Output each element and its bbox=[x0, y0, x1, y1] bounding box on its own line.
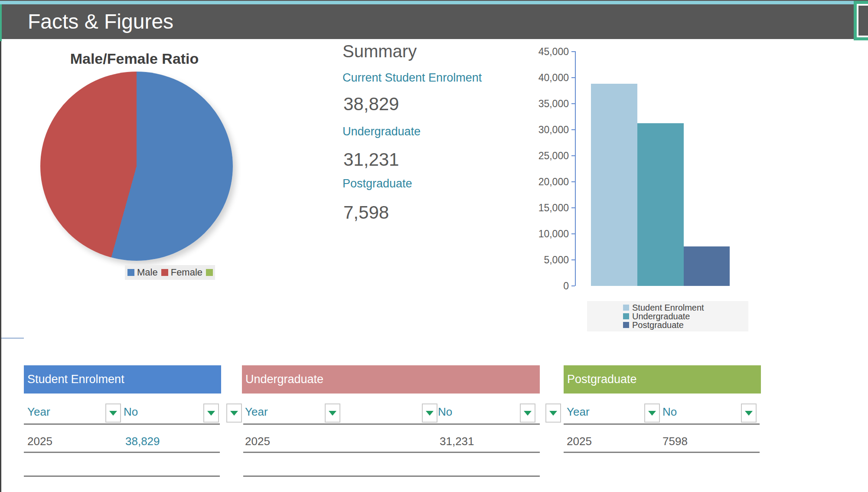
pie-chart-title: Male/Female Ratio bbox=[37, 50, 232, 67]
filter-dropdown-button[interactable] bbox=[203, 403, 219, 423]
y-tick-mark bbox=[571, 233, 575, 234]
page-title: Facts & Figures bbox=[28, 4, 173, 39]
legend-swatch-unlabeled bbox=[206, 269, 213, 276]
window-top-strip bbox=[0, 1, 854, 4]
bar-student-enrolment bbox=[591, 84, 637, 286]
table-header-student-enrolment[interactable]: Student Enrolment bbox=[24, 365, 221, 394]
y-tick-label: 30,000 bbox=[525, 125, 569, 134]
y-tick-mark bbox=[571, 155, 575, 156]
y-tick-mark bbox=[571, 103, 575, 104]
legend-swatch-undergraduate bbox=[623, 313, 629, 319]
legend-row: Undergraduate bbox=[623, 312, 748, 321]
table-rule bbox=[24, 452, 220, 453]
legend-row: Student Enrolment bbox=[623, 303, 748, 312]
table-rule bbox=[243, 452, 540, 453]
gridline bbox=[0, 338, 24, 339]
bar-undergraduate bbox=[637, 123, 684, 286]
y-tick-mark bbox=[571, 51, 575, 52]
dropdown-arrow-icon bbox=[648, 411, 656, 416]
y-tick-label: 35,000 bbox=[525, 99, 569, 108]
y-tick-label: 15,000 bbox=[525, 203, 569, 213]
summary-label-postgraduate: Postgraduate bbox=[343, 177, 412, 190]
selection-inner-border bbox=[857, 4, 868, 37]
y-tick-mark bbox=[571, 207, 575, 208]
filter-dropdown-button[interactable] bbox=[325, 403, 340, 423]
summary-value-enrolment: 38,829 bbox=[343, 94, 399, 115]
selection-fill bbox=[858, 6, 868, 36]
dropdown-arrow-icon bbox=[109, 411, 117, 416]
column-header-no[interactable]: No bbox=[662, 405, 677, 419]
bar-postgraduate bbox=[684, 246, 730, 286]
legend-swatch-male bbox=[127, 269, 134, 276]
cell-year[interactable]: 2025 bbox=[567, 435, 592, 448]
cell-no[interactable]: 7598 bbox=[662, 435, 688, 448]
filter-dropdown-button[interactable] bbox=[520, 403, 535, 423]
dropdown-arrow-icon bbox=[524, 411, 532, 416]
cell-year[interactable]: 2025 bbox=[27, 435, 52, 448]
table-rule bbox=[24, 476, 220, 477]
dropdown-arrow-icon bbox=[329, 411, 336, 416]
filter-dropdown-button[interactable] bbox=[226, 403, 242, 423]
filter-dropdown-button[interactable] bbox=[105, 403, 121, 423]
filter-dropdown-button[interactable] bbox=[422, 403, 437, 423]
dropdown-arrow-icon bbox=[745, 411, 753, 416]
pie-chart[interactable] bbox=[40, 72, 233, 261]
y-tick-mark bbox=[571, 77, 575, 78]
cell-no[interactable]: 31,231 bbox=[440, 435, 474, 448]
summary-label-enrolment: Current Student Enrolment bbox=[343, 71, 482, 85]
summary-label-undergraduate: Undergraduate bbox=[343, 125, 421, 138]
table-header-undergraduate[interactable]: Undergraduate bbox=[242, 365, 540, 394]
y-tick-label: 40,000 bbox=[525, 73, 569, 82]
dropdown-arrow-icon bbox=[230, 411, 238, 416]
legend-row: Postgraduate bbox=[623, 321, 748, 329]
legend-label-postgraduate: Postgraduate bbox=[632, 320, 684, 330]
sheet-left-edge bbox=[0, 41, 1, 492]
y-tick-mark bbox=[571, 285, 575, 286]
legend-label-male: Male bbox=[137, 267, 158, 278]
y-tick-mark bbox=[571, 181, 575, 182]
table-rule bbox=[243, 423, 540, 425]
legend-swatch-female bbox=[161, 269, 168, 276]
y-tick-label: 20,000 bbox=[525, 177, 569, 187]
filter-dropdown-button[interactable] bbox=[545, 403, 561, 423]
filter-dropdown-button[interactable] bbox=[741, 403, 757, 423]
column-header-year[interactable]: Year bbox=[27, 405, 50, 419]
y-tick-label: 10,000 bbox=[525, 229, 569, 239]
spreadsheet-dashboard: Facts & Figures Male/Female Ratio Male F… bbox=[0, 0, 868, 492]
bar-chart-legend: Student Enrolment Undergraduate Postgrad… bbox=[587, 301, 748, 331]
legend-swatch-postgraduate bbox=[623, 322, 629, 328]
active-cell-selection bbox=[854, 1, 868, 40]
table-rule bbox=[564, 452, 760, 453]
legend-swatch-student-enrolment bbox=[623, 305, 629, 311]
y-tick-label: 25,000 bbox=[525, 151, 569, 161]
table-header-postgraduate[interactable]: Postgraduate bbox=[564, 365, 761, 394]
table-rule bbox=[24, 423, 220, 425]
y-tick-label: 0 bbox=[525, 281, 569, 291]
filter-dropdown-button[interactable] bbox=[644, 403, 660, 423]
summary-title: Summary bbox=[343, 42, 417, 61]
cell-year[interactable]: 2025 bbox=[245, 435, 270, 448]
dropdown-arrow-icon bbox=[426, 411, 434, 416]
cell-no[interactable]: 38,829 bbox=[125, 435, 160, 448]
dropdown-arrow-icon bbox=[207, 411, 215, 416]
column-header-no[interactable]: No bbox=[438, 405, 452, 419]
y-tick-label: 5,000 bbox=[525, 255, 569, 265]
table-rule bbox=[564, 423, 760, 425]
y-tick-mark bbox=[571, 259, 575, 260]
y-tick-label: 45,000 bbox=[525, 47, 569, 56]
legend-label-female: Female bbox=[171, 267, 202, 278]
pie-chart-legend: Male Female bbox=[125, 265, 215, 280]
summary-value-undergraduate: 31,231 bbox=[343, 149, 399, 170]
y-tick-mark bbox=[571, 129, 575, 130]
title-bar-left-accent bbox=[0, 4, 2, 41]
bar-chart[interactable] bbox=[575, 52, 748, 286]
column-header-no[interactable]: No bbox=[124, 405, 138, 419]
summary-value-postgraduate: 7,598 bbox=[343, 202, 389, 223]
table-rule bbox=[243, 476, 540, 477]
column-header-year[interactable]: Year bbox=[245, 405, 268, 419]
dropdown-arrow-icon bbox=[549, 411, 557, 416]
column-header-year[interactable]: Year bbox=[567, 405, 590, 419]
